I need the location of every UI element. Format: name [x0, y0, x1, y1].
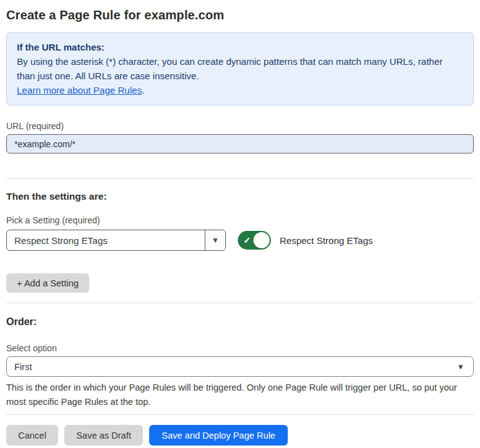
divider: [6, 303, 474, 303]
toggle-knob: [253, 232, 270, 248]
info-box-link-line: Learn more about Page Rules.: [17, 83, 463, 97]
learn-more-link[interactable]: Learn more about Page Rules: [17, 85, 142, 95]
create-page-rule-panel: Create a Page Rule for example.com If th…: [0, 7, 480, 446]
link-suffix: .: [142, 85, 144, 95]
cancel-button[interactable]: Cancel: [6, 425, 58, 446]
url-field-label: URL (required): [6, 120, 474, 132]
url-matches-info-box: If the URL matches: By using the asteris…: [6, 32, 474, 105]
save-as-draft-button[interactable]: Save as Draft: [64, 425, 143, 446]
divider: [6, 178, 474, 179]
chevron-down-icon[interactable]: ▼: [205, 230, 225, 250]
order-section-heading: Order:: [6, 316, 474, 328]
select-option-label: Select option: [6, 343, 474, 354]
settings-section-heading: Then the settings are:: [6, 190, 474, 202]
divider: [6, 414, 474, 415]
chevron-down-icon: ▼: [457, 363, 464, 371]
add-setting-button[interactable]: + Add a Setting: [6, 273, 89, 293]
page-title: Create a Page Rule for example.com: [6, 7, 474, 24]
url-input[interactable]: [6, 134, 474, 153]
info-box-body: By using the asterisk (*) character, you…: [17, 54, 463, 83]
setting-dropdown-value: Respect Strong ETags: [7, 230, 205, 250]
setting-row: Respect Strong ETags ▼ ✓ Respect Strong …: [6, 230, 474, 251]
info-box-heading: If the URL matches:: [17, 40, 463, 54]
check-icon: ✓: [243, 235, 251, 245]
save-and-deploy-button[interactable]: Save and Deploy Page Rule: [149, 425, 288, 446]
pick-setting-label: Pick a Setting (required): [6, 215, 474, 226]
order-select-value: First: [14, 362, 32, 372]
order-help-text: This is the order in which your Page Rul…: [6, 381, 471, 409]
footer-button-row: Cancel Save as Draft Save and Deploy Pag…: [6, 425, 474, 446]
respect-strong-etags-toggle[interactable]: ✓: [238, 231, 271, 250]
setting-dropdown[interactable]: Respect Strong ETags ▼: [6, 230, 226, 251]
toggle-label: Respect Strong ETags: [280, 235, 373, 246]
order-select[interactable]: First ▼: [6, 356, 474, 377]
